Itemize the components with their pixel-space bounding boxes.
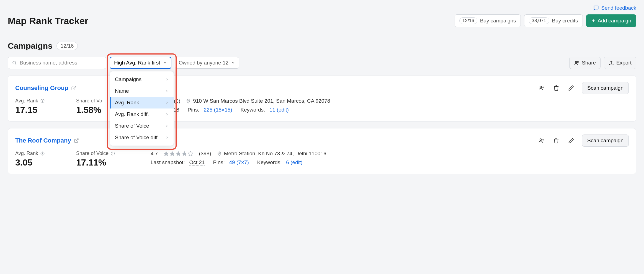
sort-option-label: Share of Voice diff. <box>115 135 159 141</box>
sov-value: 17.11% <box>76 157 137 168</box>
address-text: Metro Station, Kh No 73 & 74, Delhi 1100… <box>224 151 326 157</box>
sort-dropdown-label: High Avg. Rank first <box>114 60 160 66</box>
buy-campaigns-button[interactable]: 12/16 Buy campaigns <box>455 14 521 27</box>
edit-button[interactable] <box>567 136 575 145</box>
page-title: Map Rank Tracker <box>8 15 88 26</box>
buy-credits-button[interactable]: 38,071 Buy credits <box>524 14 583 27</box>
sov-metric: Share of Voice 17.11% <box>76 151 137 168</box>
edit-button[interactable] <box>567 84 575 92</box>
search-icon <box>12 60 17 65</box>
reviews-count: (398) <box>199 151 211 157</box>
location-icon <box>217 151 222 156</box>
snapshot-date[interactable]: Oct 21 <box>189 159 205 166</box>
section-title: Campaigns <box>8 41 53 51</box>
chevron-right-icon <box>165 78 169 81</box>
avg-rank-value: 17.15 <box>15 105 76 115</box>
snapshot-label: Last snapshot: <box>151 159 185 165</box>
external-link-icon[interactable] <box>74 138 79 143</box>
add-campaign-button[interactable]: Add campaign <box>586 14 636 27</box>
svg-marker-29 <box>170 151 175 156</box>
svg-point-27 <box>113 152 113 153</box>
add-campaign-label: Add campaign <box>598 18 631 24</box>
campaign-name-link[interactable]: The Roof Company <box>15 137 71 144</box>
campaign-name-link[interactable]: Counseling Group <box>15 84 68 92</box>
keywords-label: Keywords: <box>257 159 282 165</box>
avg-rank-metric: Avg. Rank 17.15 <box>15 98 76 115</box>
owner-filter-button[interactable]: Owned by anyone 12 <box>175 57 239 69</box>
chevron-down-icon <box>231 61 235 65</box>
export-button[interactable]: Export <box>604 57 636 69</box>
avg-rank-metric: Avg. Rank 3.05 <box>15 151 76 168</box>
avg-rank-label: Avg. Rank <box>15 98 38 104</box>
share-label: Share <box>582 60 596 66</box>
svg-point-24 <box>42 152 43 153</box>
sort-option-label: Share of Voice <box>115 123 149 129</box>
add-user-button[interactable] <box>537 136 545 145</box>
keywords-link[interactable]: 11 (edit) <box>269 107 289 113</box>
svg-point-33 <box>219 153 220 154</box>
campaigns-count-pill: 12/16 <box>56 42 78 50</box>
buy-credits-label: Buy credits <box>552 18 578 24</box>
sort-dropdown-button[interactable]: High Avg. Rank first <box>110 57 171 69</box>
location-icon <box>186 99 191 104</box>
scan-campaign-button[interactable]: Scan campaign <box>582 82 629 94</box>
external-link-icon[interactable] <box>71 86 76 91</box>
chevron-right-icon <box>165 124 169 128</box>
reviews-count: (0) <box>174 98 180 104</box>
sort-option-label: Campaigns <box>115 76 141 82</box>
search-input[interactable] <box>20 60 102 66</box>
svg-point-4 <box>575 61 577 63</box>
upload-icon <box>609 60 614 66</box>
svg-marker-32 <box>188 151 193 156</box>
sort-option-label: Name <box>115 88 129 94</box>
sort-option-avg-rank-diff[interactable]: Avg. Rank diff. <box>110 108 174 120</box>
delete-button[interactable] <box>552 84 560 92</box>
campaigns-badge: 12/16 <box>459 17 477 24</box>
send-feedback-label: Send feedback <box>601 5 636 11</box>
svg-point-13 <box>42 100 43 100</box>
sort-option-sov[interactable]: Share of Voice <box>110 120 174 132</box>
avg-rank-label: Avg. Rank <box>15 151 38 156</box>
svg-marker-28 <box>164 151 169 156</box>
add-user-button[interactable] <box>537 84 545 92</box>
rating-value: 4.7 <box>151 151 158 157</box>
comment-icon <box>593 5 599 11</box>
chevron-down-icon <box>163 61 167 65</box>
svg-marker-30 <box>176 151 181 156</box>
svg-point-17 <box>188 100 189 101</box>
delete-button[interactable] <box>552 136 560 145</box>
info-icon[interactable] <box>40 151 45 156</box>
chevron-right-icon <box>165 89 169 93</box>
sort-option-name[interactable]: Name <box>110 85 174 97</box>
keywords-link[interactable]: 6 (edit) <box>286 159 302 165</box>
sort-option-avg-rank[interactable]: Avg. Rank <box>110 97 174 108</box>
pins-label: Pins: <box>213 159 225 165</box>
send-feedback-link[interactable]: Send feedback <box>593 5 636 11</box>
scan-campaign-button[interactable]: Scan campaign <box>582 135 629 147</box>
sort-option-label: Avg. Rank <box>115 100 139 106</box>
svg-line-18 <box>76 139 78 141</box>
sov-label: Share of Vo <box>76 98 102 104</box>
svg-point-8 <box>540 86 542 88</box>
svg-line-7 <box>73 86 75 88</box>
svg-marker-31 <box>182 151 187 156</box>
share-button[interactable]: Share <box>569 57 601 69</box>
sort-option-campaigns[interactable]: Campaigns <box>110 74 174 85</box>
campaign-card: The Roof Company Scan campaign <box>8 128 636 174</box>
search-input-wrapper[interactable] <box>8 57 106 69</box>
export-label: Export <box>616 60 632 66</box>
sort-dropdown-menu: Campaigns Name Avg. Rank Avg. Rank diff. <box>110 71 174 146</box>
owner-filter-label: Owned by anyone 12 <box>179 60 229 66</box>
pins-link[interactable]: 49 (7×7) <box>229 159 249 165</box>
pins-label: Pins: <box>188 107 199 113</box>
keywords-label: Keywords: <box>241 107 265 113</box>
info-icon[interactable] <box>40 99 45 103</box>
pins-link[interactable]: 225 (15×15) <box>204 107 232 113</box>
sort-option-label: Avg. Rank diff. <box>115 111 149 117</box>
sov-label: Share of Voice <box>76 151 109 156</box>
sort-option-sov-diff[interactable]: Share of Voice diff. <box>110 132 174 143</box>
chevron-right-icon <box>165 101 169 104</box>
info-icon[interactable] <box>111 151 115 156</box>
address-text: 910 W San Marcos Blvd Suite 201, San Mar… <box>193 98 330 104</box>
chevron-right-icon <box>165 113 169 116</box>
